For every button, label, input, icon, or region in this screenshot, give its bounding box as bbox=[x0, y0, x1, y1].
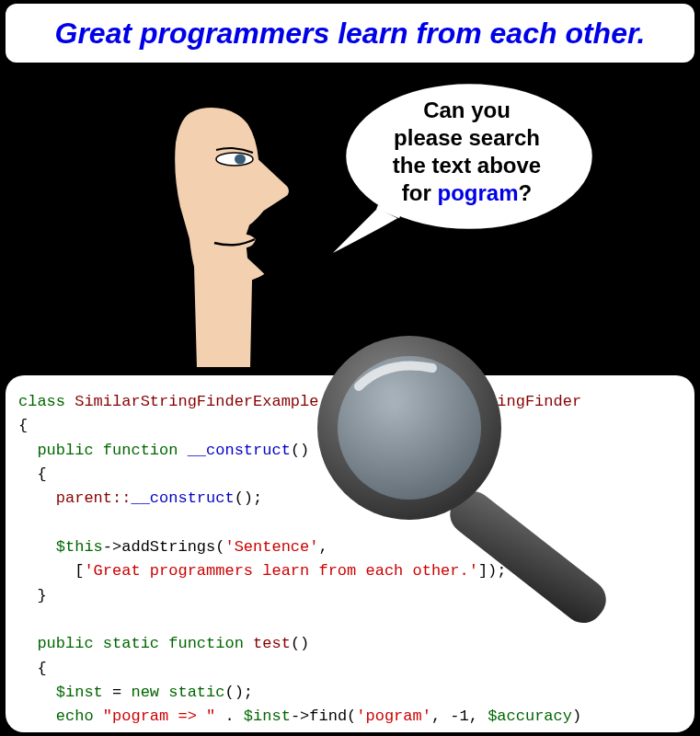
code-panel: class SimilarStringFinderExample extends… bbox=[6, 375, 694, 732]
kw-class: class bbox=[18, 393, 65, 410]
find-close: ) bbox=[572, 707, 581, 725]
method: addStrings( bbox=[121, 538, 224, 556]
this-var: $this bbox=[56, 538, 103, 556]
kw-static2: static bbox=[168, 684, 224, 701]
bubble-line2: please search bbox=[394, 125, 540, 150]
kw-echo: echo bbox=[56, 707, 94, 725]
str-sentence: 'Sentence' bbox=[224, 538, 318, 556]
header-title: Great programmers learn from each other. bbox=[55, 17, 646, 51]
class-name: SimilarStringFinderExample bbox=[75, 393, 318, 410]
bubble-line4-suffix: ? bbox=[519, 180, 533, 205]
parens: () bbox=[291, 442, 309, 459]
brace: } bbox=[37, 587, 46, 604]
inst-var: $inst bbox=[56, 684, 103, 701]
test-name: test bbox=[253, 635, 291, 652]
brace: { bbox=[37, 466, 46, 483]
speech-bubble: Can you please search the text above for… bbox=[327, 78, 598, 262]
comma: , bbox=[318, 538, 327, 556]
arr-close: ]); bbox=[478, 562, 507, 580]
parent-construct: __construct bbox=[131, 489, 234, 507]
find-args: , -1, bbox=[431, 707, 488, 725]
find-arg1: 'pogram' bbox=[356, 707, 431, 725]
arrow: -> bbox=[103, 538, 121, 556]
kw-new: new bbox=[131, 684, 159, 701]
bubble-line3: the text above bbox=[393, 153, 541, 178]
kw-function: function bbox=[103, 442, 178, 459]
kw-static: static bbox=[103, 635, 159, 652]
brace: { bbox=[37, 660, 46, 677]
inst-var2: $inst bbox=[244, 707, 291, 725]
find-call: ->find( bbox=[291, 707, 356, 725]
header-panel: Great programmers learn from each other. bbox=[6, 4, 694, 63]
str-great: 'Great programmers learn from each other… bbox=[84, 562, 477, 580]
bubble-highlight: pogram bbox=[437, 180, 518, 205]
svg-point-1 bbox=[235, 155, 246, 165]
kw-public: public bbox=[37, 442, 93, 459]
brace: { bbox=[18, 417, 28, 434]
bubble-line1: Can you bbox=[423, 98, 511, 122]
kw-public: public bbox=[37, 635, 93, 652]
eq: = bbox=[103, 684, 132, 701]
parent-class: SimilarStringFinder bbox=[403, 393, 581, 410]
kw-function: function bbox=[168, 635, 244, 652]
parens: () bbox=[291, 635, 309, 652]
parent-prefix: parent:: bbox=[56, 489, 132, 507]
construct: __construct bbox=[188, 442, 291, 459]
kw-extends: extends bbox=[328, 393, 394, 410]
acc-var: $accuracy bbox=[488, 707, 572, 725]
arr-open: [ bbox=[75, 562, 84, 580]
inst-suffix: (); bbox=[224, 684, 253, 701]
dot: . bbox=[215, 707, 244, 725]
parent-suffix: (); bbox=[235, 489, 263, 507]
head-illustration bbox=[161, 101, 317, 368]
echo-str1: "pogram => " bbox=[103, 707, 215, 725]
bubble-line4-prefix: for bbox=[402, 180, 438, 205]
bubble-text: Can you please search the text above for… bbox=[354, 97, 580, 207]
